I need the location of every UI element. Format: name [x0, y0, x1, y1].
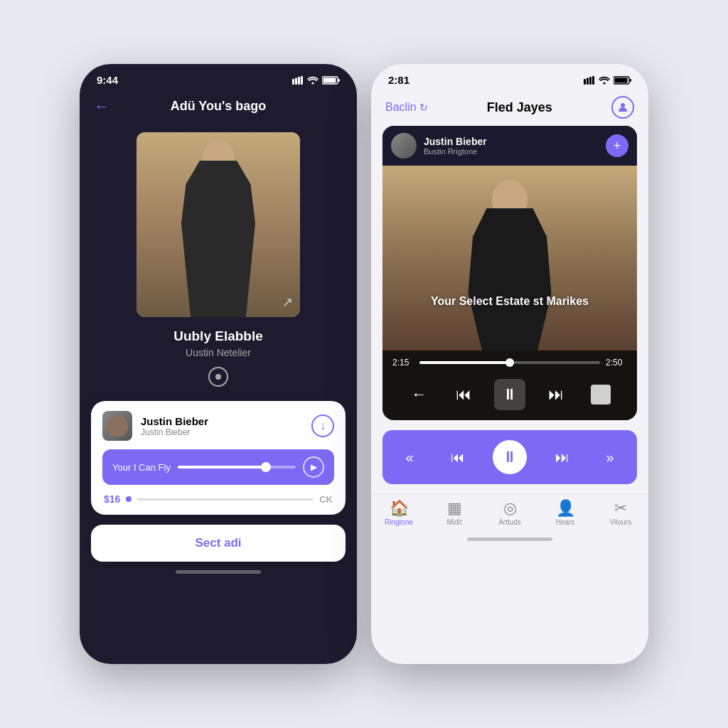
left-status-bar: 9:44: [80, 64, 357, 92]
rewind-button[interactable]: ←: [405, 380, 433, 409]
tab-midit-label: Midit: [446, 518, 461, 526]
player-info: Justin Bieber Bustin Rrigtone: [424, 136, 599, 156]
midit-icon: ▦: [447, 500, 462, 516]
person-body: [172, 161, 264, 317]
svg-rect-11: [592, 76, 594, 85]
price-track: [137, 498, 314, 500]
player-overlay-text: Your Select Estate st Marikes: [431, 295, 589, 308]
share-icon[interactable]: ↗: [282, 294, 293, 310]
avatar-figure: [107, 415, 128, 437]
svg-rect-6: [338, 79, 340, 82]
right-status-bar: 2:81: [371, 64, 648, 92]
stop-button[interactable]: [587, 380, 615, 409]
bmp-pause[interactable]: ⏸: [493, 440, 527, 474]
svg-rect-15: [615, 77, 628, 82]
price-dot: [126, 496, 132, 502]
mini-info-text: Justin Bieber Justin Bieber: [141, 415, 303, 437]
player-time-row: 2:15 2:50: [382, 350, 637, 372]
player-thumbnail: [391, 133, 417, 159]
tab-midit[interactable]: ▦ Midit: [433, 500, 476, 526]
tab-ringtone-label: Ringtone: [385, 518, 413, 526]
add-button[interactable]: +: [606, 134, 628, 157]
profile-button[interactable]: [611, 96, 634, 119]
svg-point-12: [603, 82, 605, 84]
bmp-next[interactable]: ⏭: [550, 444, 575, 470]
progress-thumb[interactable]: [261, 462, 271, 472]
player-artist-name: Justin Bieber: [424, 136, 599, 147]
svg-rect-3: [301, 76, 303, 85]
main-player: Justin Bieber Bustin Rrigtone + Your Sel…: [382, 126, 637, 420]
right-home-indicator: [467, 537, 552, 541]
svg-rect-7: [323, 77, 336, 82]
prev-button[interactable]: ⏮: [449, 380, 478, 409]
progress-fill: [178, 466, 267, 469]
svg-rect-0: [292, 79, 294, 85]
bottom-mini-player: « ⏮ ⏸ ⏭ »: [382, 430, 637, 484]
svg-point-16: [621, 103, 625, 107]
album-art: ↗: [136, 132, 300, 317]
arttuds-icon: ◎: [503, 500, 517, 516]
player-top-bar: Justin Bieber Bustin Rrigtone +: [382, 126, 637, 166]
right-time: 2:81: [388, 74, 410, 86]
song-artist: Uustin Netelier: [186, 347, 251, 358]
back-button[interactable]: ←: [94, 97, 109, 116]
mini-artist-name: Justin Bieber: [141, 415, 303, 427]
svg-point-4: [311, 82, 314, 84]
page-title: Adü You's bago: [171, 99, 267, 114]
mini-player-info: Justin Bieber Justin Bieber ↓: [102, 411, 334, 441]
bmp-prev[interactable]: ⏮: [445, 444, 471, 470]
mini-artist-sub: Justin Bieber: [141, 427, 303, 437]
tab-vilours[interactable]: ✂ Vilours: [599, 500, 642, 526]
right-page-title: Fled Jayes: [487, 100, 552, 115]
tab-hears[interactable]: 👤 Hears: [544, 500, 587, 526]
player-image: Your Select Estate st Marikes: [382, 166, 637, 350]
price-ck: CK: [319, 494, 333, 505]
right-header: Baclin ↻ Fled Jayes: [371, 92, 648, 126]
progress-bar[interactable]: Your I Can Fly ▶: [102, 449, 334, 485]
time-end: 2:50: [606, 358, 627, 368]
tab-arttuds[interactable]: ◎ Arttuds: [488, 500, 531, 526]
left-phone: 9:44 ← Adü You's bago ↗ Uubly Elabble U: [80, 64, 357, 664]
bmp-forward[interactable]: »: [597, 444, 623, 470]
tab-bar: 🏠 Ringtone ▦ Midit ◎ Arttuds 👤 Hears ✂ V…: [371, 494, 648, 529]
tab-arttuds-label: Arttuds: [498, 518, 521, 526]
next-button[interactable]: ⏭: [542, 380, 570, 409]
left-time: 9:44: [97, 74, 118, 86]
vilours-icon: ✂: [614, 500, 627, 516]
left-status-icons: [292, 76, 340, 85]
svg-rect-14: [630, 79, 631, 82]
right-status-icons: [584, 76, 631, 85]
time-fill: [419, 361, 510, 364]
pause-button[interactable]: ⏸: [494, 379, 525, 410]
player-artist-sub: Bustin Rrigtone: [424, 147, 599, 156]
album-figure: ↗: [136, 132, 300, 317]
svg-rect-1: [295, 77, 297, 85]
download-button[interactable]: ↓: [311, 414, 334, 437]
home-indicator: [176, 570, 261, 574]
tab-vilours-label: Vilours: [610, 518, 631, 526]
time-start: 2:15: [392, 358, 414, 368]
tab-ringtone[interactable]: 🏠 Ringtone: [378, 500, 420, 526]
album-art-section: ↗ Uubly Elabble Uustin Netelier: [80, 125, 357, 401]
refresh-icon: ↻: [419, 102, 428, 113]
play-button[interactable]: ▶: [303, 456, 324, 478]
price-row: $16 CK: [102, 493, 334, 505]
svg-rect-2: [298, 77, 300, 85]
song-indicator: [208, 367, 228, 387]
time-thumb[interactable]: [505, 358, 514, 367]
price-label: $16: [104, 493, 120, 505]
stop-icon: [591, 385, 611, 405]
back-link[interactable]: Baclin ↻: [385, 101, 428, 114]
time-track[interactable]: [419, 361, 600, 364]
bmp-rewind[interactable]: «: [397, 444, 422, 470]
ringtone-icon: 🏠: [390, 500, 409, 516]
select-button[interactable]: Sect adi: [91, 525, 346, 562]
tab-hears-label: Hears: [556, 518, 575, 526]
svg-rect-9: [587, 77, 589, 85]
progress-track[interactable]: [178, 466, 296, 469]
back-label: Baclin: [385, 101, 417, 114]
hears-icon: 👤: [556, 500, 575, 516]
mini-player-card: Justin Bieber Justin Bieber ↓ Your I Can…: [91, 401, 346, 515]
player-image-body: [464, 208, 556, 350]
mini-avatar: [102, 411, 132, 441]
